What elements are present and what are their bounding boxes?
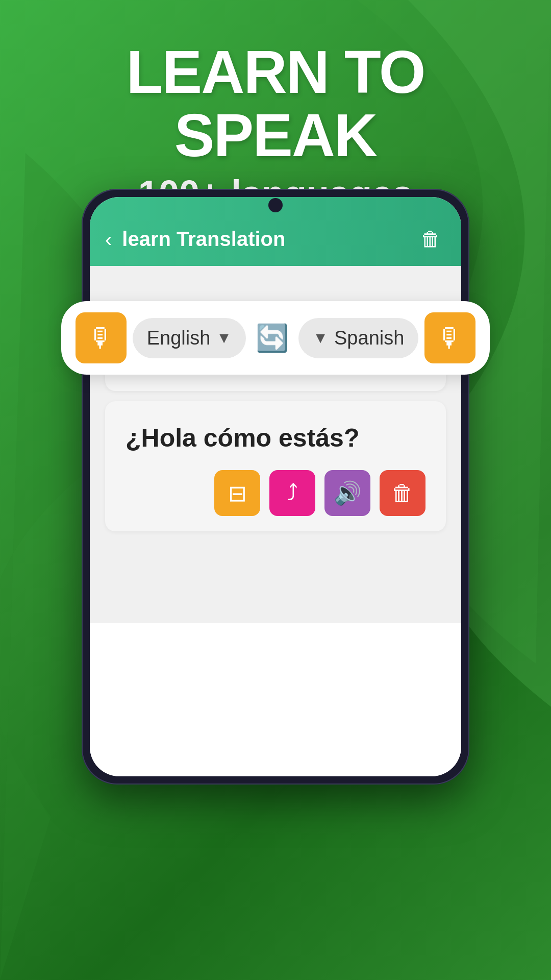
- delete-icon: 🗑: [391, 480, 414, 506]
- speak-button[interactable]: 🔊: [324, 470, 370, 516]
- delete-translation-button[interactable]: 🗑: [380, 470, 425, 516]
- swap-icon: 🔄: [256, 323, 289, 354]
- phone-wrapper: ‹ learn Translation 🗑 Hello, How are you…: [82, 189, 469, 785]
- translated-bubble: ¿Hola cómo estás? ⊟ ⤴ 🔊 🗑: [105, 401, 446, 531]
- left-mic-button[interactable]: 🎙: [76, 312, 127, 363]
- bottom-area: [90, 623, 461, 776]
- target-language-label: Spanish: [334, 327, 404, 349]
- phone-screen: ‹ learn Translation 🗑 Hello, How are you…: [90, 197, 461, 776]
- back-button[interactable]: ‹: [105, 229, 112, 250]
- delete-header-button[interactable]: 🗑: [420, 228, 441, 251]
- target-dropdown-arrow: ▼: [313, 329, 328, 347]
- speak-icon: 🔊: [334, 480, 362, 506]
- left-mic-icon: 🎙: [88, 323, 114, 353]
- copy-icon: ⊟: [228, 480, 247, 506]
- right-mic-button[interactable]: 🎙: [424, 312, 475, 363]
- action-buttons: ⊟ ⤴ 🔊 🗑: [126, 470, 425, 516]
- translated-text: ¿Hola cómo estás?: [126, 422, 425, 455]
- headline-main: LEARN TO SPEAK: [31, 41, 520, 167]
- app-title: learn Translation: [122, 228, 285, 251]
- camera-notch: [268, 198, 283, 212]
- share-button[interactable]: ⤴: [269, 470, 315, 516]
- phone-frame: ‹ learn Translation 🗑 Hello, How are you…: [82, 189, 469, 785]
- source-dropdown-arrow: ▼: [216, 329, 232, 347]
- source-language-selector[interactable]: English ▼: [133, 318, 246, 358]
- target-language-selector[interactable]: ▼ Spanish: [298, 318, 418, 358]
- headline-area: LEARN TO SPEAK 100+ languages: [0, 41, 551, 214]
- lang-bar-wrapper: 🎙 English ▼ 🔄 ▼ Spanish 🎙: [61, 301, 490, 375]
- swap-languages-button[interactable]: 🔄: [252, 317, 293, 358]
- copy-button[interactable]: ⊟: [214, 470, 260, 516]
- source-language-label: English: [147, 327, 211, 349]
- lang-bar: 🎙 English ▼ 🔄 ▼ Spanish 🎙: [61, 301, 490, 375]
- header-left: ‹ learn Translation: [105, 228, 285, 251]
- share-icon: ⤴: [287, 480, 298, 506]
- right-mic-icon: 🎙: [437, 323, 463, 353]
